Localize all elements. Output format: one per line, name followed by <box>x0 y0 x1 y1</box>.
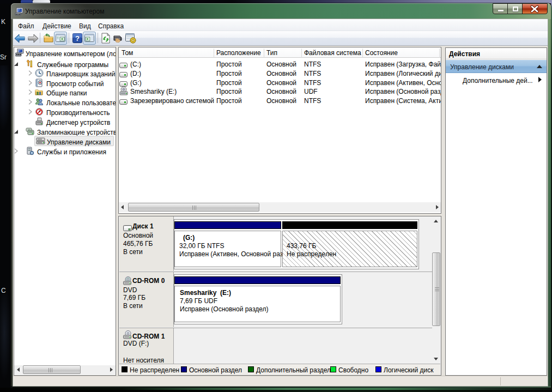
svg-text:?: ? <box>75 34 80 43</box>
